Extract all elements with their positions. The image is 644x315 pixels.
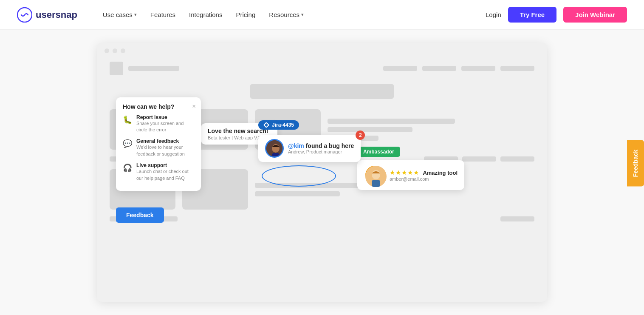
sk-line-5	[500, 66, 534, 71]
sk-card-4	[110, 169, 175, 210]
navbar: usersnap Use cases ▾ Features Integratio…	[0, 0, 644, 30]
login-button[interactable]: Login	[486, 11, 501, 18]
chevron-down-icon-2: ▾	[301, 12, 304, 17]
logo-icon	[17, 7, 32, 23]
logo-text: usersnap	[36, 9, 77, 20]
skeleton-mid-lines	[110, 156, 534, 162]
sk-card-3	[255, 109, 321, 150]
browser-bar	[97, 43, 547, 57]
sk-text-col	[328, 109, 534, 150]
sk-mid-3	[424, 156, 458, 162]
widget-close-button[interactable]: ×	[192, 102, 196, 110]
logo[interactable]: usersnap	[17, 7, 77, 23]
sk-line-2	[383, 66, 417, 71]
sk-text-3	[328, 136, 378, 141]
main-content: Love the new search! Beta tester | Web a…	[0, 30, 644, 315]
sk-search-bar	[250, 84, 394, 99]
widget-support-label: Live support	[136, 162, 194, 168]
sk-avatar	[110, 62, 123, 75]
skeleton-cards-row2	[110, 169, 534, 210]
sk-card-2	[182, 109, 248, 150]
nav-link-pricing[interactable]: Pricing	[236, 11, 255, 18]
sk-card-1	[110, 109, 175, 150]
sk-line-4	[461, 66, 495, 71]
browser-mockup: Love the new search! Beta tester | Web a…	[97, 43, 547, 302]
nav-link-use-cases[interactable]: Use cases ▾	[103, 11, 137, 18]
join-webinar-button[interactable]: Join Webinar	[563, 7, 627, 23]
skeleton-bottom-lines	[110, 216, 534, 221]
sk-text-4	[255, 183, 382, 188]
sk-text-2	[328, 127, 412, 132]
sk-mid-4	[462, 156, 496, 162]
browser-dot-green	[121, 48, 125, 53]
feedback-sidebar-button[interactable]: Feedback	[627, 140, 644, 187]
skeleton-search-row	[110, 84, 534, 99]
bug-subtitle: Andrew, Product manager	[288, 149, 354, 154]
sk-bot-2	[152, 216, 178, 221]
sk-text-1	[328, 119, 455, 124]
sk-mid-1	[110, 156, 148, 162]
sk-text-col2	[255, 169, 534, 210]
sk-bot-3	[500, 216, 534, 221]
sk-line-3	[422, 66, 456, 71]
nav-link-integrations[interactable]: Integrations	[189, 11, 222, 18]
sk-mid-5	[500, 156, 534, 162]
try-free-button[interactable]: Try Free	[508, 7, 556, 23]
sk-text-5	[255, 191, 340, 196]
browser-page: Love the new search! Beta tester | Web a…	[97, 57, 547, 238]
sk-line-1	[128, 66, 179, 71]
sk-mid-2	[152, 156, 178, 162]
chevron-down-icon: ▾	[134, 12, 137, 17]
browser-dot-red	[105, 48, 109, 53]
nav-links: Use cases ▾ Features Integrations Pricin…	[103, 11, 486, 18]
nav-link-features[interactable]: Features	[150, 11, 175, 18]
skeleton-cards-row1	[110, 109, 534, 150]
nav-link-resources[interactable]: Resources ▾	[269, 11, 304, 18]
feedback-sidebar-wrap: Feedback	[627, 140, 644, 187]
sk-card-5	[182, 169, 248, 210]
sk-bot-1	[110, 216, 148, 221]
nav-actions: Login Try Free Join Webinar	[486, 7, 627, 23]
skeleton-header	[110, 62, 534, 75]
browser-dot-yellow	[113, 48, 117, 53]
